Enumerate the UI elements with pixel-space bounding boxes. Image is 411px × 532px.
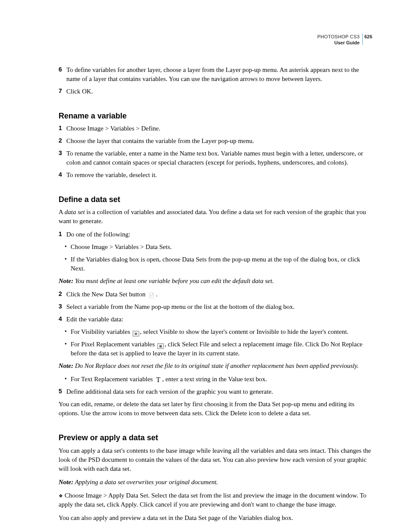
page-header: PHOTOSHOP CS3 User Guide 626 [317, 34, 372, 46]
heading-preview: Preview or apply a data set [59, 432, 372, 443]
step-text: To rename the variable, enter a name in … [66, 149, 372, 167]
bullet-dot: • [65, 340, 71, 358]
step-text: Do one of the following: [66, 230, 372, 239]
define-bullet-4b: • For Pixel Replacement variables , clic… [59, 340, 372, 358]
define-step-5: 5 Define additional data sets for each v… [59, 387, 372, 396]
note-label: Note: [59, 277, 73, 284]
rename-step-3: 3 To rename the variable, enter a name i… [59, 149, 372, 167]
step-number: 6 [59, 65, 66, 84]
note-text: You must define at least one variable be… [73, 277, 274, 284]
step-7: 7 Click OK. [59, 87, 372, 96]
step-number: 3 [59, 302, 66, 311]
define-note-2: Note: Do Not Replace does not reset the … [59, 361, 372, 370]
new-data-set-icon [148, 293, 155, 299]
bullet-dot: • [65, 243, 71, 252]
step-text: Select a variable from the Name pop-up m… [66, 302, 372, 311]
step-text: To remove the variable, deselect it. [66, 171, 372, 180]
bullet-text: For Text Replacement variables , enter a… [71, 375, 372, 384]
visibility-icon [133, 331, 139, 336]
intro-term: data set [65, 208, 85, 215]
define-bullet-4c: • For Text Replacement variables , enter… [59, 375, 372, 384]
page-content: 6 To define variables for another layer,… [59, 65, 372, 523]
step-number: 4 [59, 315, 66, 324]
page: PHOTOSHOP CS3 User Guide 626 6 To define… [0, 0, 411, 532]
page-number: 626 [364, 34, 372, 40]
define-bullet-4a: • For Visibility variables , select Visi… [59, 327, 372, 336]
rename-step-4: 4 To remove the variable, deselect it. [59, 171, 372, 180]
step-number: 2 [59, 290, 66, 299]
product-name: PHOTOSHOP CS3 [317, 34, 359, 39]
step-number: 2 [59, 137, 66, 146]
step-text: To define variables for another layer, c… [66, 65, 372, 84]
bullet4c-text-b: , enter a text string in the Value text … [162, 376, 267, 383]
step-number: 3 [59, 149, 66, 167]
bullet-text: If the Variables dialog box is open, cho… [71, 255, 372, 273]
step-text: Choose Image > Variables > Define. [66, 124, 372, 133]
step-text: Click OK. [66, 87, 372, 96]
step-number: 5 [59, 387, 66, 396]
note-text: Do Not Replace does not reset the file t… [73, 362, 358, 369]
define-bullet-1b: • If the Variables dialog box is open, c… [59, 255, 372, 273]
step2-text-a: Click the New Data Set button [66, 291, 147, 298]
step-text: Edit the variable data: [66, 315, 372, 324]
bullet-text: For Pixel Replacement variables , click … [71, 340, 372, 358]
define-step-3: 3 Select a variable from the Name pop-up… [59, 302, 372, 311]
bullet4a-text-b: , select Visible to show the layer's con… [140, 328, 349, 335]
heading-rename: Rename a variable [59, 111, 372, 121]
diamond-text: Choose Image > Apply Data Set. Select th… [59, 492, 367, 508]
pixel-replacement-icon [157, 343, 164, 349]
bullet4a-text-a: For Visibility variables [71, 328, 132, 335]
define-note-1: Note: You must define at least one varia… [59, 277, 372, 286]
preview-p3: You can also apply and preview a data se… [59, 513, 372, 523]
rename-step-1: 1 Choose Image > Variables > Define. [59, 124, 372, 133]
step2-text-b: . [156, 291, 157, 298]
step-text: Click the New Data Set button . [66, 290, 372, 299]
heading-define: Define a data set [59, 194, 372, 205]
text-replacement-icon [155, 377, 161, 383]
doc-type: User Guide [317, 40, 359, 46]
header-rule [362, 34, 363, 45]
define-bullet-1a: • Choose Image > Variables > Data Sets. [59, 243, 372, 252]
intro-text-b: is a collection of variables and associa… [59, 208, 366, 224]
define-intro: A data set is a collection of variables … [59, 208, 372, 226]
bullet-dot: • [65, 375, 71, 384]
note-label: Note: [59, 479, 73, 485]
bullet4b-text-a: For Pixel Replacement variables [71, 341, 156, 348]
preview-p1: You can apply a data set's contents to t… [59, 446, 372, 473]
step-number: 1 [59, 124, 66, 133]
rename-step-2: 2 Choose the layer that contains the var… [59, 137, 372, 146]
step-number: 7 [59, 87, 66, 96]
preview-diamond-item: Choose Image > Apply Data Set. Select th… [59, 491, 372, 509]
bullet-text: For Visibility variables , select Visibl… [71, 327, 372, 336]
note-label: Note: [59, 362, 73, 369]
bullet-dot: • [65, 327, 71, 336]
step-text: Define additional data sets for each ver… [66, 387, 372, 396]
step-number: 1 [59, 230, 66, 239]
bullet-text: Choose Image > Variables > Data Sets. [71, 243, 372, 252]
bullet-dot: • [65, 255, 71, 273]
step-number: 4 [59, 171, 66, 180]
define-step-4: 4 Edit the variable data: [59, 315, 372, 324]
step-6: 6 To define variables for another layer,… [59, 65, 372, 84]
step-text: Choose the layer that contains the varia… [66, 137, 372, 146]
define-step-2: 2 Click the New Data Set button . [59, 290, 372, 299]
note-text: Applying a data set overwrites your orig… [73, 479, 218, 485]
preview-note: Note: Applying a data set overwrites you… [59, 478, 372, 487]
intro-text-a: A [59, 208, 65, 215]
define-outro: You can edit, rename, or delete the data… [59, 400, 372, 418]
diamond-bullet-icon [59, 491, 62, 500]
bullet4c-text-a: For Text Replacement variables [71, 376, 154, 383]
define-step-1: 1 Do one of the following: [59, 230, 372, 239]
